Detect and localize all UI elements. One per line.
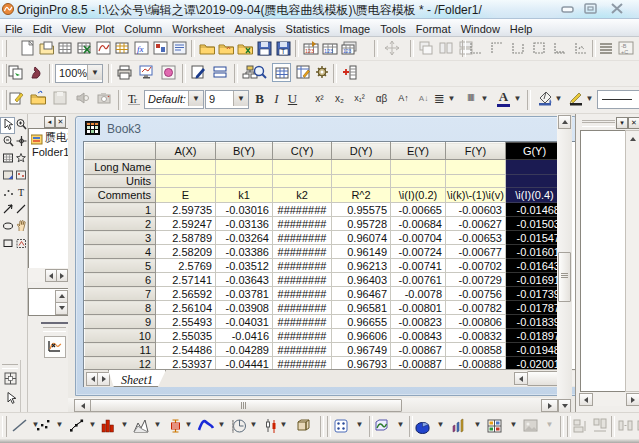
data-cell[interactable]: -0.03016 — [216, 203, 273, 217]
data-cell[interactable]: -0.01547 — [506, 231, 564, 245]
screen-reader-tool[interactable] — [14, 135, 27, 150]
plot-3d-bars-button[interactable] — [449, 416, 468, 435]
plot-line-symbol-arrow-icon[interactable]: ▼ — [87, 415, 98, 434]
plot-box-arrow-icon[interactable]: ▼ — [183, 415, 194, 434]
mask-points-tool[interactable] — [14, 169, 27, 184]
comments-cell[interactable]: \i(k)\-(1)\i(v) — [446, 188, 506, 203]
rotate-text-menu-button[interactable]: ⦀⦀ — [461, 89, 480, 108]
column-header-F[interactable]: F(Y) — [446, 143, 506, 160]
sheet-edit-button[interactable] — [293, 63, 312, 82]
data-cell[interactable]: -0.00702 — [446, 259, 506, 273]
data-cell[interactable]: -0.03908 — [216, 301, 273, 315]
axis-tick-out-button[interactable] — [571, 39, 590, 58]
data-cell[interactable]: -0.03136 — [216, 217, 273, 231]
axis-tick-in-button[interactable] — [550, 39, 569, 58]
save-project-button[interactable] — [254, 39, 273, 58]
open-excel-button[interactable] — [235, 39, 254, 58]
new-notes-button[interactable] — [169, 39, 188, 58]
menu-file[interactable]: File — [0, 21, 28, 38]
row-number[interactable]: 8 — [85, 301, 156, 315]
units-cell[interactable] — [506, 175, 564, 188]
plot-line-symbol-button[interactable] — [67, 416, 86, 435]
axis-frame-tl-button[interactable] — [487, 39, 506, 58]
plot-scatter-arrow-icon[interactable]: ▼ — [54, 415, 65, 434]
data-cell[interactable]: 0.96403 — [332, 273, 391, 287]
open-dialog-button[interactable] — [28, 89, 47, 108]
restore-button[interactable] — [584, 3, 597, 14]
data-cell[interactable]: 0.95728 — [332, 217, 391, 231]
underline-button[interactable]: U — [283, 89, 302, 108]
supersubscript-button[interactable]: x₁² — [350, 89, 369, 108]
menu-statistics[interactable]: Statistics — [281, 21, 335, 38]
line-tool[interactable] — [14, 203, 27, 218]
comments-cell[interactable]: k1 — [216, 188, 273, 203]
split-view-button[interactable] — [210, 63, 229, 82]
dock-left-icon[interactable]: ◂ — [44, 116, 55, 128]
plot-polar-arrow-icon[interactable]: ▼ — [248, 415, 259, 434]
collapse-icon[interactable]: ▾ — [616, 117, 628, 129]
data-cell[interactable]: 2.5769 — [156, 259, 216, 273]
units-cell[interactable] — [216, 175, 273, 188]
row-number[interactable]: 5 — [85, 259, 156, 273]
import-ascii-button[interactable]: 123 — [320, 39, 339, 58]
data-cell[interactable]: 2.59247 — [156, 217, 216, 231]
row-number[interactable]: 9 — [85, 315, 156, 329]
chart-monitor-button[interactable] — [136, 63, 155, 82]
data-cell[interactable]: 0.96581 — [332, 301, 391, 315]
open-button[interactable] — [197, 39, 216, 58]
scroll-down-icon[interactable] — [55, 302, 68, 315]
menu-format[interactable]: Format — [411, 21, 456, 38]
long-name-row-header[interactable]: Long Name — [85, 160, 156, 175]
merge-graphs-button[interactable] — [596, 39, 615, 58]
new-excel-button[interactable] — [74, 39, 93, 58]
comments-cell[interactable]: E — [156, 188, 216, 203]
data-cell[interactable]: -0.00761 — [391, 273, 446, 287]
data-cell[interactable]: 0.96149 — [332, 245, 391, 259]
mask-range-tool[interactable] — [1, 169, 14, 184]
long-name-cell[interactable] — [391, 160, 446, 175]
data-cell[interactable]: -0.03264 — [216, 231, 273, 245]
panel-hscrollbar[interactable] — [578, 392, 639, 406]
tab-scroll-right-icon[interactable] — [97, 372, 110, 386]
data-cell[interactable]: -0.00801 — [391, 301, 446, 315]
data-cell[interactable]: 2.57141 — [156, 273, 216, 287]
plot-template-library-button[interactable] — [332, 416, 351, 435]
data-cell[interactable]: -0.03386 — [216, 245, 273, 259]
hscroll-thumb[interactable] — [90, 399, 402, 412]
project-explorer-hscrollbar[interactable] — [28, 268, 68, 282]
data-cell[interactable]: -0.03643 — [216, 273, 273, 287]
data-cell[interactable]: 2.55035 — [156, 329, 216, 343]
data-cell[interactable]: ######## — [273, 273, 332, 287]
line-color-button[interactable] — [566, 89, 585, 108]
align-menu-arrow-icon[interactable]: ▼ — [446, 89, 457, 108]
data-cell[interactable]: -0.00704 — [391, 231, 446, 245]
data-cell[interactable]: ######## — [273, 315, 332, 329]
plot-3d-pie-button[interactable] — [412, 416, 431, 435]
scroll-right-icon[interactable] — [626, 393, 639, 406]
data-reader-tool[interactable] — [14, 152, 27, 167]
data-cell[interactable]: -0.00843 — [391, 329, 446, 343]
menu-analysis[interactable]: Analysis — [230, 21, 281, 38]
column-header-E[interactable]: E(Y) — [391, 143, 446, 160]
menu-view[interactable]: View — [57, 21, 91, 38]
data-cell[interactable]: 2.58789 — [156, 231, 216, 245]
menu-window[interactable]: Window — [456, 21, 505, 38]
data-cell[interactable]: 0.96074 — [332, 231, 391, 245]
data-cell[interactable]: ######## — [273, 217, 332, 231]
settings-gear-button[interactable] — [312, 63, 331, 82]
row-number[interactable]: 6 — [85, 273, 156, 287]
align-top-button[interactable] — [590, 416, 609, 435]
data-cell[interactable]: ######## — [273, 301, 332, 315]
data-cell[interactable]: -0.01787 — [506, 301, 564, 315]
pointer-tool[interactable] — [0, 117, 15, 134]
subscript-button[interactable]: x₂ — [330, 89, 349, 108]
distribute-h-button[interactable] — [616, 416, 635, 435]
data-cell[interactable]: -0.00741 — [391, 259, 446, 273]
panel-vscrollbar[interactable] — [625, 130, 639, 392]
font-tool-button[interactable]: Tr — [124, 89, 143, 108]
new-function-button[interactable]: fx — [131, 39, 150, 58]
sheet-tab[interactable]: Sheet1 — [108, 370, 166, 387]
data-cell[interactable]: -0.01643 — [506, 259, 564, 273]
long-name-cell[interactable] — [332, 160, 391, 175]
superscript-button[interactable]: x² — [310, 89, 329, 108]
